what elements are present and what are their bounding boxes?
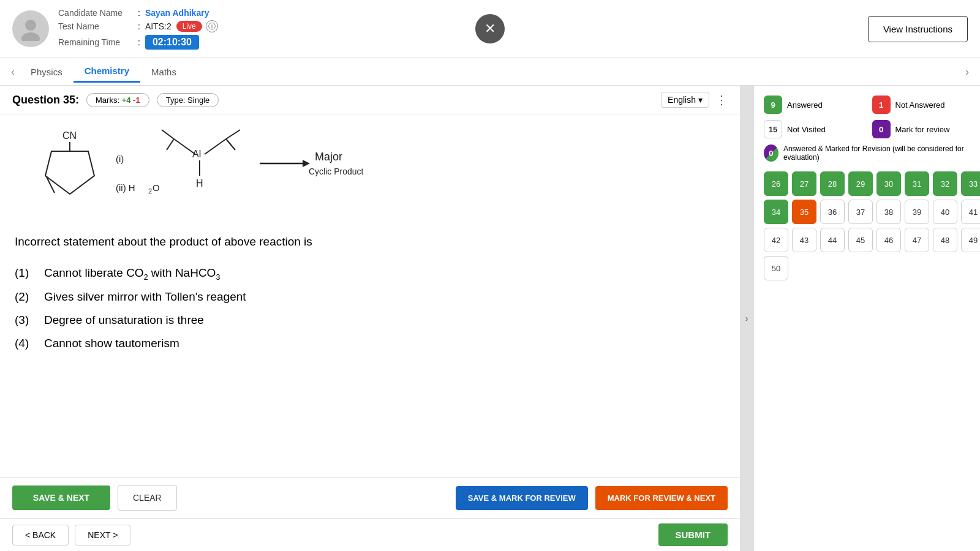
q-btn-38[interactable]: 38 xyxy=(876,200,901,224)
reaction-diagram: CN (i) Al H xyxy=(15,121,725,221)
not-answered-label: Not Answered xyxy=(895,100,945,110)
not-visited-label: Not Visited xyxy=(787,125,826,134)
clear-button[interactable]: CLEAR xyxy=(118,485,177,511)
legend-not-visited: 15 Not Visited xyxy=(764,120,862,138)
legend-not-answered: 1 Not Answered xyxy=(872,96,971,114)
mark-review-badge: 0 xyxy=(872,120,891,138)
svg-marker-2 xyxy=(45,151,94,194)
q-btn-30[interactable]: 30 xyxy=(876,171,901,196)
q-btn-32[interactable]: 32 xyxy=(933,171,957,196)
q-btn-48[interactable]: 48 xyxy=(933,228,957,252)
tab-maths[interactable]: Maths xyxy=(140,62,187,82)
right-sidebar: 9 Answered 1 Not Answered 15 Not Visited… xyxy=(753,86,980,551)
q-btn-49[interactable]: 49 xyxy=(961,228,980,252)
q-btn-35[interactable]: 35 xyxy=(792,200,816,224)
svg-text:O: O xyxy=(153,182,160,193)
action-bar: SAVE & NEXT CLEAR SAVE & MARK FOR REVIEW… xyxy=(0,477,740,518)
time-row: Remaining Time : 02:10:30 xyxy=(58,35,218,50)
option-4[interactable]: (4) Cannot show tautomerism xyxy=(15,332,725,355)
tab-chemistry[interactable]: Chemistry xyxy=(74,61,140,83)
marks-negative: -1 xyxy=(133,96,140,105)
q-btn-39[interactable]: 39 xyxy=(905,200,929,224)
answered-label: Answered xyxy=(787,100,823,110)
q-btn-43[interactable]: 43 xyxy=(792,228,816,252)
q-btn-46[interactable]: 46 xyxy=(876,228,901,252)
info-icon[interactable]: ⓘ xyxy=(206,20,218,32)
question-number-grid: 26 27 28 29 30 31 32 33 34 35 36 37 38 3… xyxy=(764,171,970,280)
reaction-svg: CN (i) Al H xyxy=(15,121,394,219)
svg-point-0 xyxy=(25,20,36,31)
question-header: Question 35: Marks: +4 -1 Type: Single E… xyxy=(0,86,740,114)
q-btn-45[interactable]: 45 xyxy=(848,228,873,252)
timer: 02:10:30 xyxy=(145,35,199,50)
option-2[interactable]: (2) Gives silver mirror with Tollen's re… xyxy=(15,285,725,309)
svg-text:Cyclic Product: Cyclic Product xyxy=(309,167,364,176)
question-panel: Question 35: Marks: +4 -1 Type: Single E… xyxy=(0,86,740,551)
marks-positive: +4 xyxy=(122,96,131,105)
more-options-icon[interactable]: ⋮ xyxy=(715,92,728,107)
q-btn-42[interactable]: 42 xyxy=(764,228,788,252)
chevron-down-icon: ▾ xyxy=(698,95,703,105)
svg-line-11 xyxy=(205,139,226,154)
candidate-info: Candidate Name : Sayan Adhikary Test Nam… xyxy=(58,8,218,50)
q-btn-36[interactable]: 36 xyxy=(820,200,845,224)
legend-answered: 9 Answered xyxy=(764,96,862,114)
svg-point-1 xyxy=(21,32,40,41)
q-btn-41[interactable]: 41 xyxy=(961,200,980,224)
svg-line-13 xyxy=(226,139,235,150)
svg-text:Major: Major xyxy=(315,151,342,163)
save-mark-review-button[interactable]: SAVE & MARK FOR REVIEW xyxy=(456,486,588,510)
question-body: CN (i) Al H xyxy=(0,114,740,477)
not-visited-badge: 15 xyxy=(764,120,782,138)
options-list: (1) Cannot liberate CO2 with NaHCO3 (2) … xyxy=(15,261,725,354)
q-btn-28[interactable]: 28 xyxy=(820,171,845,196)
time-label: Remaining Time xyxy=(58,37,138,47)
q-btn-37[interactable]: 37 xyxy=(848,200,873,224)
answered-marked-label: Answered & Marked for Revision (will be … xyxy=(783,144,970,162)
test-name-row: Test Name : AITS:2 Live ⓘ xyxy=(58,20,218,32)
q-btn-44[interactable]: 44 xyxy=(820,228,845,252)
answered-marked-badge: 0 xyxy=(764,144,778,162)
language-select[interactable]: English ▾ xyxy=(661,92,709,108)
question-header-right: English ▾ ⋮ xyxy=(661,92,728,108)
svg-line-8 xyxy=(174,139,195,154)
live-badge: Live xyxy=(176,21,202,32)
q-btn-40[interactable]: 40 xyxy=(933,200,957,224)
svg-text:2: 2 xyxy=(148,187,152,195)
q-btn-34[interactable]: 34 xyxy=(764,200,788,224)
view-instructions-button[interactable]: View Instructions xyxy=(868,16,968,42)
avatar xyxy=(12,10,49,47)
next-button[interactable]: NEXT > xyxy=(75,525,130,545)
question-text: Incorrect statement about the product of… xyxy=(15,232,725,252)
tab-next-button[interactable]: › xyxy=(960,66,974,78)
svg-text:H: H xyxy=(196,178,203,189)
legend: 9 Answered 1 Not Answered 15 Not Visited… xyxy=(764,96,970,162)
not-answered-badge: 1 xyxy=(872,96,891,114)
marks-badge: Marks: +4 -1 xyxy=(86,93,149,107)
q-btn-27[interactable]: 27 xyxy=(792,171,816,196)
tab-physics[interactable]: Physics xyxy=(20,62,74,82)
close-button[interactable]: ✕ xyxy=(475,14,505,43)
legend-answered-marked: 0 Answered & Marked for Revision (will b… xyxy=(764,144,970,162)
svg-line-12 xyxy=(226,130,240,139)
answered-badge: 9 xyxy=(764,96,782,114)
mark-review-label: Mark for review xyxy=(895,125,950,134)
q-btn-47[interactable]: 47 xyxy=(905,228,929,252)
q-btn-33[interactable]: 33 xyxy=(961,171,980,196)
q-btn-26[interactable]: 26 xyxy=(764,171,788,196)
sidebar-toggle-button[interactable]: › xyxy=(740,86,753,551)
nav-left: < BACK NEXT > xyxy=(12,525,130,545)
mark-review-next-button[interactable]: MARK FOR REVIEW & NEXT xyxy=(595,486,728,510)
q-btn-29[interactable]: 29 xyxy=(848,171,873,196)
q-btn-50[interactable]: 50 xyxy=(764,256,788,280)
test-label: Test Name xyxy=(58,21,138,31)
q-btn-31[interactable]: 31 xyxy=(905,171,929,196)
tab-prev-button[interactable]: ‹ xyxy=(6,66,20,78)
back-button[interactable]: < BACK xyxy=(12,525,69,545)
submit-button[interactable]: SUBMIT xyxy=(658,523,728,546)
option-1[interactable]: (1) Cannot liberate CO2 with NaHCO3 xyxy=(15,261,725,285)
svg-text:(ii) H: (ii) H xyxy=(116,182,135,193)
save-next-button[interactable]: SAVE & NEXT xyxy=(12,485,110,510)
svg-text:Al: Al xyxy=(192,149,201,159)
option-3[interactable]: (3) Degree of unsaturation is three xyxy=(15,309,725,332)
